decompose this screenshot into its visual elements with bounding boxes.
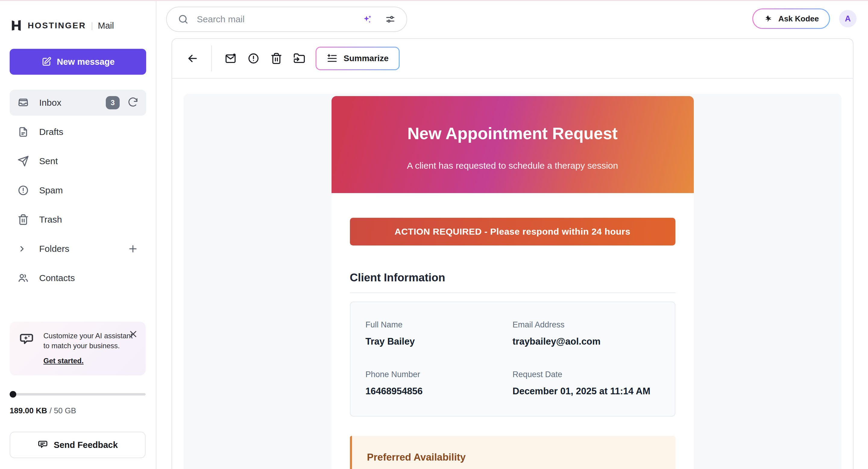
availability-heading: Preferred Availability <box>367 451 660 463</box>
info-field-email: Email Address traybailey@aol.com <box>513 320 660 347</box>
sidebar-item-drafts[interactable]: Drafts <box>10 119 146 145</box>
contacts-icon <box>18 272 29 284</box>
add-folder-icon[interactable] <box>127 243 138 254</box>
ai-sparkles-icon[interactable] <box>362 14 373 25</box>
storage-progress-bar <box>10 390 146 398</box>
field-label: Email Address <box>513 320 660 330</box>
sent-icon <box>18 156 29 167</box>
alert-circle-icon <box>247 53 259 64</box>
brand-logo: HOSTINGER | Mail <box>10 18 146 34</box>
field-value: December 01, 2025 at 11:14 AM <box>513 386 660 397</box>
search-filters-icon[interactable] <box>385 14 396 25</box>
sidebar-item-label: Spam <box>39 185 63 196</box>
trash-icon <box>18 214 29 225</box>
envelope-dot-icon <box>224 53 237 64</box>
ai-promo-card: Customize your AI assistant to match you… <box>10 322 146 375</box>
report-spam-button[interactable] <box>242 45 265 72</box>
close-icon[interactable] <box>129 330 138 339</box>
summarize-button[interactable]: Summarize <box>315 47 400 70</box>
new-message-button[interactable]: New message <box>10 49 146 75</box>
field-value: Tray Bailey <box>366 336 513 347</box>
sidebar-bottom: Customize your AI assistant to match you… <box>10 322 146 458</box>
feedback-chat-icon <box>37 439 48 450</box>
spam-icon <box>18 185 29 196</box>
avatar[interactable]: A <box>839 10 857 27</box>
sidebar-item-spam[interactable]: Spam <box>10 177 146 203</box>
chevron-right-icon <box>18 244 27 253</box>
brand-separator: | <box>91 21 93 30</box>
summarize-label: Summarize <box>344 54 389 63</box>
hostinger-logo-icon <box>10 19 23 32</box>
field-label: Phone Number <box>366 370 513 379</box>
action-required-banner: ACTION REQUIRED - Please respond within … <box>350 218 675 245</box>
header-right: Ask Kodee A <box>752 8 857 29</box>
info-field-full-name: Full Name Tray Bailey <box>366 320 513 347</box>
info-field-phone: Phone Number 16468954856 <box>366 370 513 397</box>
client-information-heading: Client Information <box>350 271 675 284</box>
field-value: traybailey@aol.com <box>513 336 660 347</box>
sidebar-item-label: Folders <box>39 244 69 254</box>
top-accent-strip <box>0 0 868 1</box>
ask-kodee-button[interactable]: Ask Kodee <box>752 8 830 29</box>
storage-used: 189.00 KB <box>10 406 47 415</box>
refresh-icon[interactable] <box>127 97 138 108</box>
sidebar-item-inbox[interactable]: Inbox 3 <box>10 90 146 116</box>
storage-text: 189.00 KB/ 50 GB <box>10 406 146 415</box>
sidebar-item-label: Drafts <box>39 127 63 137</box>
sidebar-item-folders[interactable]: Folders <box>10 236 146 262</box>
email-viewport: New Appointment Request A client has req… <box>184 94 841 469</box>
mail-content-panel: Summarize New Appointment Request A clie… <box>172 38 854 469</box>
sidebar-item-label: Sent <box>39 156 58 166</box>
section-divider <box>350 293 675 293</box>
email-body: ACTION REQUIRED - Please respond within … <box>332 193 694 469</box>
info-field-request-date: Request Date December 01, 2025 at 11:14 … <box>513 370 660 397</box>
toolbar-divider <box>211 45 212 71</box>
sidebar-item-contacts[interactable]: Contacts <box>10 265 146 291</box>
sidebar-item-label: Inbox <box>39 98 61 108</box>
storage-used-indicator <box>10 391 16 398</box>
sidebar-item-sent[interactable]: Sent <box>10 148 146 174</box>
trash-icon <box>270 53 282 64</box>
preferred-availability-box: Preferred Availability Dates:Dec 06, 202… <box>350 436 675 469</box>
new-message-label: New message <box>57 57 115 67</box>
search-bar[interactable] <box>166 7 407 32</box>
search-input[interactable] <box>197 14 362 24</box>
field-label: Request Date <box>513 370 660 379</box>
folder-input-icon <box>293 53 305 64</box>
arrow-left-icon <box>186 52 199 65</box>
sidebar: HOSTINGER | Mail New message Inbox 3 Dra… <box>0 0 156 469</box>
move-to-folder-button[interactable] <box>288 45 311 72</box>
inbox-icon <box>18 97 29 108</box>
email-title: New Appointment Request <box>332 96 694 143</box>
email-subtitle: A client has requested to schedule a the… <box>332 161 694 171</box>
sidebar-item-label: Trash <box>39 214 62 225</box>
storage-track <box>10 393 146 396</box>
sidebar-item-trash[interactable]: Trash <box>10 207 146 233</box>
delete-button[interactable] <box>265 45 288 72</box>
compose-icon <box>41 57 52 67</box>
drafts-icon <box>18 126 29 138</box>
message-toolbar: Summarize <box>172 39 853 79</box>
inbox-unread-badge: 3 <box>106 96 120 109</box>
avatar-initial: A <box>845 14 851 24</box>
summarize-icon <box>327 53 338 64</box>
ai-promo-text: Customize your AI assistant to match you… <box>43 331 134 350</box>
email-card: New Appointment Request A client has req… <box>332 96 694 469</box>
email-header: New Appointment Request A client has req… <box>332 96 694 193</box>
ask-kodee-label: Ask Kodee <box>778 14 819 24</box>
send-feedback-button[interactable]: Send Feedback <box>10 432 146 458</box>
brand-product: Mail <box>98 21 114 31</box>
back-button[interactable] <box>181 45 204 72</box>
send-feedback-label: Send Feedback <box>54 440 118 450</box>
kodee-icon <box>764 14 773 24</box>
field-label: Full Name <box>366 320 513 330</box>
mark-unread-button[interactable] <box>219 45 242 72</box>
get-started-link[interactable]: Get started. <box>43 357 84 365</box>
storage-total: / 50 GB <box>50 406 76 415</box>
sidebar-item-label: Contacts <box>39 273 75 283</box>
brand-name: HOSTINGER <box>28 21 86 30</box>
client-info-card: Full Name Tray Bailey Email Address tray… <box>350 302 675 416</box>
chat-sparkle-icon <box>19 332 34 347</box>
field-value: 16468954856 <box>366 386 513 397</box>
search-icon <box>178 13 189 25</box>
